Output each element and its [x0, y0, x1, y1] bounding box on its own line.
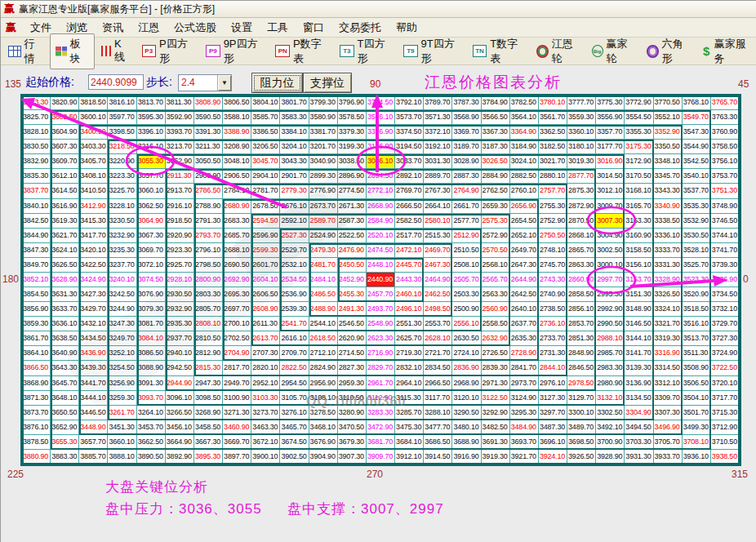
grid-cell: 3720.10: [711, 376, 740, 391]
grid-cell: 2467.30: [424, 258, 452, 273]
grid-cell: 2613.70: [251, 331, 280, 346]
window-title: 赢家江恩专业版[赢家服务平台] - [价格正方形]: [19, 2, 215, 16]
grid-cell: 3295.30: [510, 406, 539, 420]
toolbar-button-T四方形[interactable]: T3T四方形: [335, 34, 397, 69]
grid-cell: 2920.90: [166, 229, 194, 243]
grid-cell: 3806.50: [223, 96, 251, 110]
grid-cell: 3408.10: [79, 169, 108, 184]
grid-cell: 3585.70: [251, 110, 280, 125]
grid-cell: 3789.70: [424, 96, 452, 110]
toolbar-button-T数字表[interactable]: TNT数字表: [468, 34, 530, 69]
menu-item-窗口[interactable]: 窗口: [296, 20, 331, 35]
toolbar-button-9T四方形[interactable]: T99T四方形: [398, 34, 466, 69]
grid-cell: 2515.30: [424, 229, 452, 243]
support-button[interactable]: 支撑位: [303, 73, 352, 93]
grid-cell: 3892.90: [166, 450, 194, 464]
grid-cell: 3160.90: [625, 229, 653, 243]
grid-cell: 3230.50: [108, 214, 136, 229]
toolbar-button-江恩轮[interactable]: 江恩轮: [531, 34, 585, 69]
toolbar-button-行情[interactable]: 行情: [3, 34, 48, 69]
toolbar-button-六角形[interactable]: 六角形: [642, 34, 696, 69]
analysis-support: 盘中支撑：3007、2997: [287, 500, 444, 518]
grid-cell: 3667.30: [194, 435, 223, 450]
toolbar-button-P数字表[interactable]: PNP数字表: [270, 34, 333, 69]
grid-cell: 3890.50: [137, 450, 166, 464]
angle-label-0: 0: [743, 273, 749, 285]
menu-item-江恩[interactable]: 江恩: [131, 20, 167, 35]
grid-cell: 2661.70: [452, 199, 481, 214]
grid-cell: 3170.50: [625, 169, 653, 184]
grid-cell: 2649.70: [510, 243, 539, 258]
menu-item-工具[interactable]: 工具: [260, 20, 296, 35]
menu-item-帮助[interactable]: 帮助: [389, 20, 425, 35]
grid-cell: 3093.70: [137, 391, 166, 406]
toolbar-button-板块[interactable]: 板块: [50, 33, 95, 69]
grid-cell: 3331.30: [654, 258, 683, 273]
grid-cell: 2978.50: [567, 376, 596, 391]
grid-cell: 3828.10: [22, 125, 51, 140]
angle-label-135: 135: [5, 78, 21, 90]
grid-cell: 2913.70: [166, 184, 194, 198]
grid-cell: 3360.10: [567, 125, 596, 140]
grid-cell: 3525.70: [683, 258, 711, 273]
grid-cell: 3016.90: [596, 154, 625, 169]
grid-cell: 3228.10: [108, 199, 136, 214]
grid-cell: 2510.50: [452, 243, 481, 258]
grid-cell: 3117.70: [424, 391, 452, 406]
resistance-button[interactable]: 阻力位: [251, 73, 303, 93]
grid-cell: 2985.70: [596, 346, 625, 361]
menu-item-公式选股[interactable]: 公式选股: [167, 20, 224, 35]
grid-cell: 3871.30: [22, 391, 51, 406]
p9-square-icon: P9: [206, 45, 220, 57]
grid-cell: 3477.70: [424, 420, 452, 435]
grid-cell: 3924.10: [539, 450, 567, 464]
grid-cell: 3825.70: [22, 110, 51, 125]
toolbar: 行情板块K线P3P四方形P99P四方形PNP数字表T3T四方形T99T四方形TN…: [1, 38, 756, 65]
grid-cell: 3900.10: [251, 450, 280, 464]
grid-cell: 2733.70: [539, 331, 567, 346]
grid-cell: 2848.90: [567, 346, 596, 361]
angle-label-225: 225: [7, 469, 24, 480]
menu-item-交易委托[interactable]: 交易委托: [331, 20, 389, 35]
menu-item-设置[interactable]: 设置: [224, 20, 260, 35]
menu-item-资讯[interactable]: 资讯: [95, 20, 131, 35]
grid-cell: 2738.50: [539, 302, 567, 317]
grid-cell: 3847.30: [22, 243, 51, 258]
grid-cell: 3657.70: [79, 435, 108, 450]
grid-cell: 3811.30: [166, 96, 194, 110]
step-combobox[interactable]: 2.4 ▼: [178, 74, 232, 91]
toolbar-button-赢家服务[interactable]: $赢家服务: [697, 34, 756, 69]
grid-cell: 3868.90: [22, 376, 51, 391]
grid-cell: 3578.50: [338, 110, 367, 125]
grid-cell: 3523.30: [683, 273, 711, 287]
toolbar-button-P四方形[interactable]: P3P四方形: [137, 34, 200, 69]
grid-cell: 3722.50: [711, 361, 740, 375]
grid-cell: 3796.90: [338, 96, 367, 110]
grid-cell: 3391.30: [194, 125, 223, 140]
toolbar-button-9P四方形[interactable]: P99P四方形: [201, 34, 269, 69]
grid-cell: 2858.50: [567, 287, 596, 302]
grid-cell: 3808.90: [194, 96, 223, 110]
grid-cell: 2820.10: [251, 361, 280, 375]
grid-cell: 3002.50: [596, 243, 625, 258]
start-price-input[interactable]: [88, 74, 144, 90]
grid-cell: 3309.70: [654, 391, 683, 406]
chevron-down-icon[interactable]: ▼: [217, 75, 231, 91]
grid-cell: 3734.50: [711, 287, 740, 302]
grid-cell: 2637.70: [510, 317, 539, 331]
grid-cell: 2908.90: [194, 169, 223, 184]
grid-cell: 3504.10: [683, 391, 711, 406]
grid-cell: 3897.70: [223, 450, 251, 464]
grid-cell: 2956.90: [309, 376, 338, 391]
application-window: 赢 赢家江恩专业版[赢家服务平台] - [价格正方形] 赢 文件浏览资讯江恩公式…: [0, 0, 756, 542]
grid-cell: 3141.70: [625, 346, 653, 361]
analysis-title: 大盘关键位分析: [105, 478, 208, 496]
grid-cell: 3931.30: [625, 450, 653, 464]
grid-cell: 3854.50: [22, 287, 51, 302]
toolbar-button-K线[interactable]: K线: [96, 35, 135, 67]
toolbar-button-赢家轮[interactable]: Big赢家轮: [587, 34, 640, 69]
grid-cell: 3508.90: [683, 361, 711, 375]
grid-cell: 3816.10: [108, 96, 136, 110]
grid-cell: 2992.90: [596, 302, 625, 317]
grid-cell: 2656.90: [510, 199, 539, 214]
